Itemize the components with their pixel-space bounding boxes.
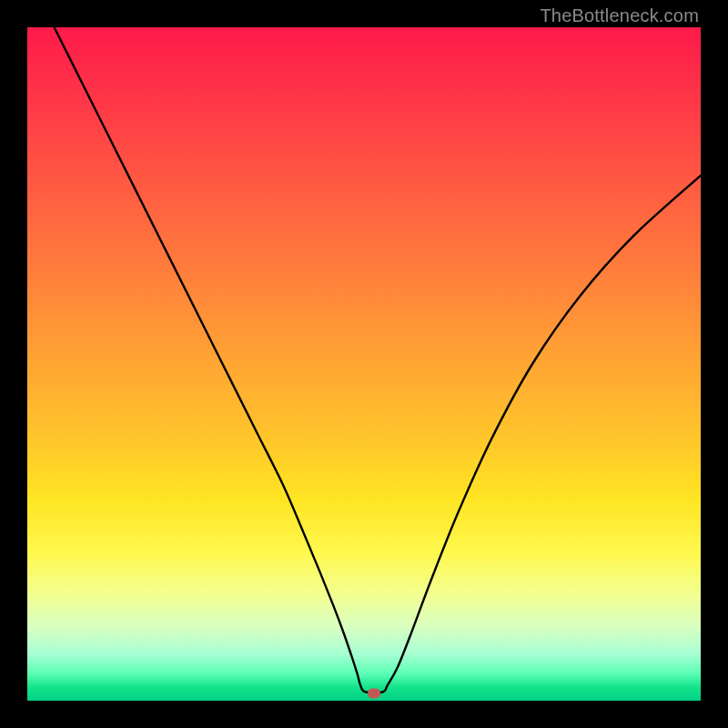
chart-frame: TheBottleneck.com xyxy=(0,0,728,728)
plot-area xyxy=(27,27,701,701)
bottleneck-curve xyxy=(55,27,701,693)
curve-svg xyxy=(27,27,701,701)
optimal-point-marker xyxy=(368,688,380,698)
watermark-text: TheBottleneck.com xyxy=(540,5,699,26)
